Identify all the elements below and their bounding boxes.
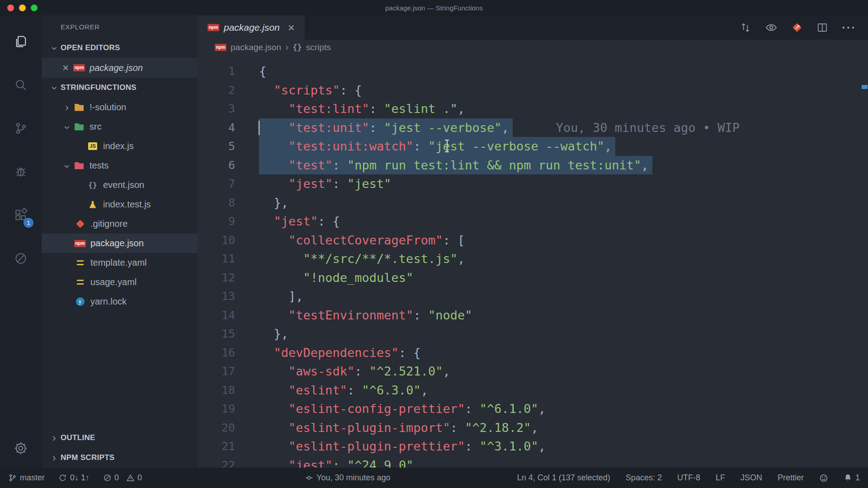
code-line-14[interactable]: 14 "testEnvironment": "node" bbox=[198, 306, 868, 325]
code-line-18[interactable]: 18 "eslint": "^6.3.0", bbox=[198, 381, 868, 400]
tree-item-usage.yaml[interactable]: usage.yaml bbox=[42, 272, 198, 292]
project-section-header[interactable]: › STRINGFUNCTIONS bbox=[42, 78, 198, 98]
file-name: !-solution bbox=[90, 102, 126, 113]
sidebar-title: EXPLORER bbox=[42, 15, 198, 38]
code-line-6[interactable]: 6 "test": "npm run test:lint && npm run … bbox=[198, 156, 868, 175]
npm-icon bbox=[208, 23, 219, 33]
zoom-window-button[interactable] bbox=[31, 5, 38, 11]
sidebar-spacer bbox=[42, 311, 198, 428]
code-line-19[interactable]: 19 "eslint-config-prettier": "^6.1.0", bbox=[198, 399, 868, 418]
compare-changes-icon[interactable] bbox=[740, 22, 751, 33]
feedback-smiley-icon[interactable] bbox=[819, 474, 828, 483]
line-number: 12 bbox=[198, 268, 235, 287]
file-name: usage.yaml bbox=[90, 277, 137, 287]
line-number: 2 bbox=[198, 81, 235, 100]
code-line-7[interactable]: 7 "jest": "jest" bbox=[198, 174, 868, 193]
code-line-15[interactable]: 15 }, bbox=[198, 324, 868, 343]
minimize-window-button[interactable] bbox=[19, 5, 26, 11]
tree-item-index.test.js[interactable]: index.test.js bbox=[42, 195, 198, 214]
code-line-11[interactable]: 11 "**/src/**/*.test.js", bbox=[198, 249, 868, 268]
code-line-13[interactable]: 13 ], bbox=[198, 287, 868, 306]
code-line-1[interactable]: 1{ bbox=[198, 62, 868, 81]
line-text: "eslint": "^6.3.0", bbox=[259, 381, 428, 400]
tree-item-src[interactable]: ›src bbox=[42, 117, 198, 136]
code-line-10[interactable]: 10 "collectCoverageFrom": [ bbox=[198, 231, 868, 250]
tree-item-tests[interactable]: ›tests bbox=[42, 156, 198, 175]
tree-item--solution[interactable]: ›!-solution bbox=[42, 98, 198, 117]
file-name: index.test.js bbox=[103, 199, 151, 210]
more-actions-icon[interactable]: ··· bbox=[842, 21, 856, 35]
code-line-4[interactable]: 4 "test:unit": "jest --verbose",You, 30 … bbox=[198, 118, 868, 137]
code-line-2[interactable]: 2 "scripts": { bbox=[198, 81, 868, 100]
npm-scripts-header[interactable]: › NPM SCRIPTS bbox=[42, 448, 198, 468]
settings-gear-icon[interactable] bbox=[0, 441, 42, 456]
overview-ruler-mark bbox=[862, 85, 868, 89]
code-line-20[interactable]: 20 "eslint-plugin-import": "^2.18.2", bbox=[198, 418, 868, 437]
toggle-blame-eye-icon[interactable] bbox=[765, 21, 778, 34]
outline-header[interactable]: › OUTLINE bbox=[42, 428, 198, 448]
code-line-12[interactable]: 12 "!node_modules" bbox=[198, 268, 868, 287]
yarn-icon bbox=[74, 297, 86, 307]
line-number: 15 bbox=[198, 324, 235, 343]
blame-status[interactable]: You, 30 minutes ago bbox=[305, 473, 390, 483]
vscode-window: package.json — StringFunctions bbox=[0, 0, 868, 488]
close-window-button[interactable] bbox=[7, 5, 14, 11]
split-editor-icon[interactable] bbox=[816, 22, 828, 33]
project-label: STRINGFUNCTIONS bbox=[61, 83, 137, 92]
explorer-files-icon[interactable] bbox=[0, 20, 42, 63]
tree-item-.gitignore[interactable]: .gitignore bbox=[42, 214, 198, 234]
open-editors-header[interactable]: › OPEN EDITORS bbox=[42, 38, 198, 58]
eol-indicator[interactable]: LF bbox=[716, 473, 725, 483]
cursor-position[interactable]: Ln 4, Col 1 (137 selected) bbox=[517, 473, 610, 483]
tab-package-json[interactable]: package.json × bbox=[198, 15, 305, 40]
code-line-9[interactable]: 9 "jest": { bbox=[198, 212, 868, 231]
problems-indicator[interactable]: 0 0 bbox=[103, 473, 142, 483]
code-line-22[interactable]: 22 "jest": "^24.9.0", bbox=[198, 456, 868, 468]
code-line-8[interactable]: 8 }, bbox=[198, 193, 868, 212]
language-mode[interactable]: JSON bbox=[741, 473, 762, 483]
npm-icon bbox=[73, 63, 85, 73]
tree-item-package.json[interactable]: package.json bbox=[42, 234, 198, 253]
branch-icon bbox=[8, 474, 17, 482]
file-name: template.yaml bbox=[90, 258, 147, 268]
sync-indicator[interactable]: 0↓ 1↑ bbox=[58, 473, 90, 483]
code-line-5[interactable]: 5 "test:unit:watch": "jest --verbose --w… bbox=[198, 137, 868, 156]
gitlens-icon[interactable] bbox=[0, 237, 42, 280]
encoding-indicator[interactable]: UTF-8 bbox=[677, 473, 700, 483]
code-line-17[interactable]: 17 "aws-sdk": "^2.521.0", bbox=[198, 362, 868, 381]
code-lines: 1{2 "scripts": {3 "test:lint": "eslint .… bbox=[198, 62, 868, 468]
git-graph-icon[interactable] bbox=[791, 22, 803, 33]
open-editor-item-package-json[interactable]: × package.json bbox=[42, 58, 198, 78]
close-editor-icon[interactable]: × bbox=[62, 62, 69, 73]
tree-item-index.js[interactable]: index.js bbox=[42, 136, 198, 156]
formatter-indicator[interactable]: Prettier bbox=[778, 473, 804, 483]
npm-icon bbox=[74, 239, 86, 249]
code-line-3[interactable]: 3 "test:lint": "eslint .", bbox=[198, 99, 868, 118]
line-number: 22 bbox=[198, 456, 235, 468]
code-line-16[interactable]: 16 "devDependencies": { bbox=[198, 343, 868, 362]
debug-icon[interactable] bbox=[0, 150, 42, 193]
code-editor[interactable]: 1{2 "scripts": {3 "test:lint": "eslint .… bbox=[198, 55, 868, 468]
source-control-icon[interactable] bbox=[0, 107, 42, 150]
line-text: "!node_modules" bbox=[259, 268, 413, 287]
tree-item-template.yaml[interactable]: template.yaml bbox=[42, 253, 198, 272]
close-tab-icon[interactable]: × bbox=[288, 22, 295, 33]
extensions-icon[interactable]: 1 bbox=[0, 193, 42, 237]
breadcrumb-file[interactable]: package.json bbox=[231, 42, 281, 52]
file-name: tests bbox=[90, 160, 108, 171]
breadcrumb-symbol[interactable]: scripts bbox=[306, 42, 331, 52]
line-text: "jest": "jest" bbox=[259, 174, 392, 193]
git-branch-indicator[interactable]: master bbox=[8, 473, 45, 483]
indentation-indicator[interactable]: Spaces: 2 bbox=[626, 473, 662, 483]
line-text: }, bbox=[259, 324, 288, 343]
tree-item-yarn.lock[interactable]: yarn.lock bbox=[42, 292, 198, 311]
editor-actions: ··· bbox=[740, 15, 868, 40]
tree-item-event.json[interactable]: event.json bbox=[42, 175, 198, 195]
search-icon[interactable] bbox=[0, 63, 42, 107]
code-line-21[interactable]: 21 "eslint-plugin-prettier": "^3.1.0", bbox=[198, 437, 868, 456]
notifications-bell[interactable]: 1 bbox=[844, 473, 860, 483]
braces-icon bbox=[87, 180, 99, 190]
sync-counts: 0↓ 1↑ bbox=[70, 473, 90, 483]
line-number: 10 bbox=[198, 231, 235, 250]
line-text: "eslint-plugin-prettier": "^3.1.0", bbox=[259, 437, 546, 456]
